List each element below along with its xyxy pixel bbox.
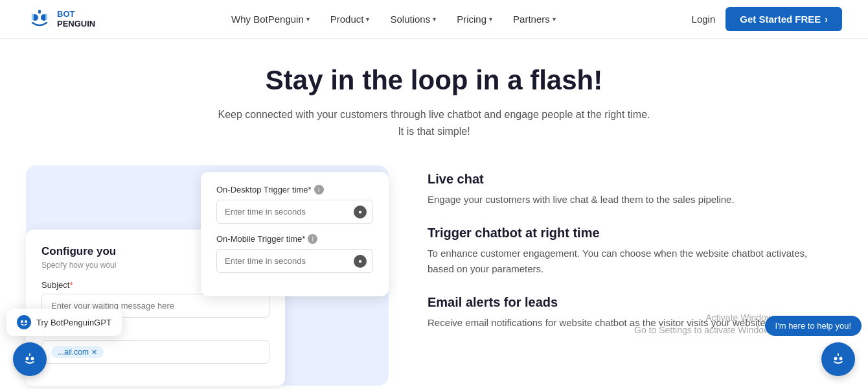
nav-link-solutions[interactable]: Solutions ▾ [390,14,436,25]
mobile-trigger-label: On-Mobile Trigger time* i [216,234,373,244]
nav-item-why[interactable]: Why BotPenguin ▾ [231,14,310,25]
activate-windows-watermark: Activate Windows Go to Settings to activ… [634,312,777,337]
hero-title: Stay in the loop in a flash! [26,65,842,96]
main-content: On-Desktop Trigger time* i ● On-Mobile T… [0,152,868,389]
feature-email-alerts-title: Email alerts for leads [428,295,829,310]
left-panel: On-Desktop Trigger time* i ● On-Mobile T… [26,165,389,386]
mobile-trigger-row: On-Mobile Trigger time* i ● [216,234,373,273]
trigger-card: On-Desktop Trigger time* i ● On-Mobile T… [201,172,389,296]
activate-windows-line1: Activate Windows [634,312,777,325]
info-icon[interactable]: i [314,185,324,194]
navbar: BOT PENGUIN Why BotPenguin ▾ Product ▾ S… [0,0,868,39]
logo-text: BOT PENGUIN [57,10,95,29]
chat-widget-left[interactable] [13,342,47,376]
login-button[interactable]: Login [692,14,716,25]
feature-live-chat: Live chat Engage your customers with liv… [428,172,829,207]
svg-point-14 [834,357,838,360]
desktop-trigger-row: On-Desktop Trigger time* i ● [216,185,373,224]
svg-point-10 [26,357,29,360]
email-tag: ...ail.com ✕ [51,346,104,358]
activate-windows-line2: Go to Settings to activate Windows. [634,324,777,337]
feature-live-chat-desc: Engage your customers with live chat & l… [428,192,829,207]
remove-email-icon[interactable]: ✕ [91,348,97,357]
svg-point-13 [829,350,847,368]
nav-actions: Login Get Started FREE › [692,7,842,31]
info-icon[interactable]: i [308,234,317,244]
feature-trigger-desc: To enhance customer engagement. You can … [428,246,829,277]
mobile-trigger-input[interactable] [216,249,373,273]
hero-section: Stay in the loop in a flash! Keep connec… [0,39,868,152]
svg-point-11 [31,357,34,360]
nav-link-partners[interactable]: Partners ▾ [513,14,556,25]
toggle-icon[interactable]: ● [354,206,367,218]
svg-point-7 [21,320,23,323]
chat-popup[interactable]: Try BotPenguinGPT [6,309,122,336]
feature-trigger-title: Trigger chatbot at right time [428,226,829,241]
desktop-trigger-input[interactable] [216,200,373,224]
chat-widget-right[interactable] [821,342,855,376]
email-input-wrap[interactable]: ...ail.com ✕ [41,340,269,364]
bot-icon-right [829,350,847,368]
arrow-icon: › [825,14,828,25]
mobile-trigger-input-wrap: ● [216,249,373,273]
svg-rect-4 [32,14,34,20]
nav-item-solutions[interactable]: Solutions ▾ [390,14,436,25]
hero-description: Keep connected with your customers throu… [214,106,654,139]
chevron-down-icon: ▾ [553,16,556,23]
feature-live-chat-title: Live chat [428,172,829,187]
nav-links: Why BotPenguin ▾ Product ▾ Solutions ▾ P… [231,14,556,25]
nav-item-pricing[interactable]: Pricing ▾ [457,14,492,25]
chat-popup-label: Try BotPenguinGPT [36,318,111,327]
cta-label: Get Started FREE [740,14,821,25]
nav-link-product[interactable]: Product ▾ [330,14,370,25]
nav-item-product[interactable]: Product ▾ [330,14,370,25]
chevron-down-icon: ▾ [433,16,436,23]
svg-point-8 [25,320,27,323]
feature-trigger: Trigger chatbot at right time To enhance… [428,226,829,277]
logo-icon [26,6,53,33]
logo[interactable]: BOT PENGUIN [26,6,95,33]
bot-icon [21,350,39,368]
chevron-down-icon: ▾ [489,16,492,23]
nav-link-why[interactable]: Why BotPenguin ▾ [231,14,310,25]
svg-point-9 [21,350,39,368]
nav-item-partners[interactable]: Partners ▾ [513,14,556,25]
chat-popup-icon [17,315,31,329]
svg-point-15 [839,357,843,360]
desktop-trigger-input-wrap: ● [216,200,373,224]
nav-link-pricing[interactable]: Pricing ▾ [457,14,492,25]
svg-point-6 [17,315,31,329]
svg-rect-12 [29,353,30,356]
chat-helper-label: I'm here to help you! [775,321,851,331]
get-started-button[interactable]: Get Started FREE › [725,7,842,31]
svg-rect-5 [45,14,47,20]
svg-rect-16 [838,353,839,356]
toggle-icon[interactable]: ● [354,255,367,268]
chevron-down-icon: ▾ [306,16,310,23]
chevron-down-icon: ▾ [366,16,369,23]
desktop-trigger-label: On-Desktop Trigger time* i [216,185,373,194]
chat-helper-bubble: I'm here to help you! [765,316,862,336]
svg-rect-3 [38,10,41,14]
